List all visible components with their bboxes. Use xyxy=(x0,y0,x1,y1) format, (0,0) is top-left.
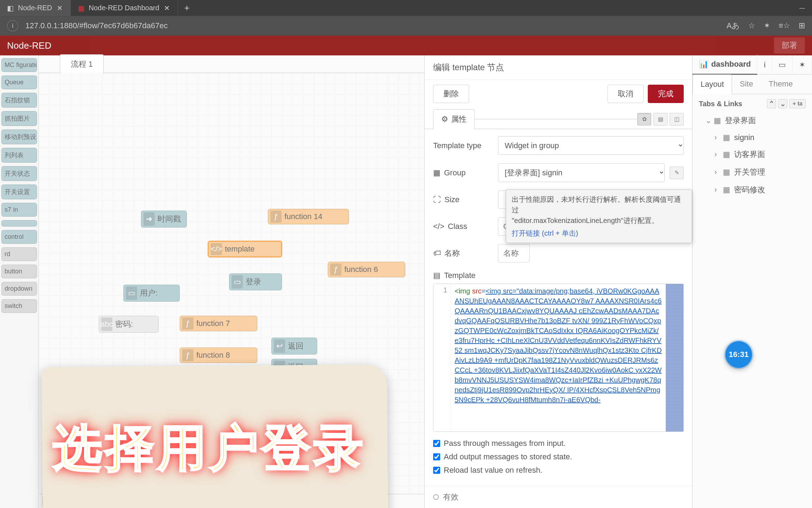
browser-tab[interactable]: ▦ Node-RED Dashboard ✕ xyxy=(71,0,178,16)
size-label: ⛶Size xyxy=(433,195,493,204)
palette-node[interactable]: 移动到预设点 xyxy=(1,129,37,144)
settings-icon[interactable]: ✶ xyxy=(764,21,770,30)
node-function-6[interactable]: ƒfunction 6 xyxy=(328,262,405,277)
node-user[interactable]: ▭用户: xyxy=(123,285,180,302)
close-icon[interactable]: ✕ xyxy=(164,5,171,12)
palette-node[interactable]: s7 in xyxy=(1,203,37,217)
deploy-button[interactable]: 部署 xyxy=(774,37,805,54)
group-select[interactable]: [登录界面] signin xyxy=(498,163,665,182)
text-input-icon: ▭ xyxy=(126,286,137,300)
palette-node[interactable] xyxy=(1,220,37,226)
group-icon: ▦ xyxy=(433,168,441,177)
browser-tab[interactable]: ◧ Node-RED ✕ xyxy=(0,0,71,16)
add-tab-button[interactable]: + ta xyxy=(789,99,806,108)
gear-tab[interactable]: ✶ xyxy=(793,55,812,74)
name-label: 🏷名称 xyxy=(433,248,493,259)
new-tab-button[interactable]: + xyxy=(178,0,196,16)
properties-tab[interactable]: ⚙ 属性 xyxy=(433,109,475,129)
line-numbers: 1 xyxy=(433,284,451,431)
book-tab[interactable]: ▭ xyxy=(772,55,793,74)
template-type-select[interactable]: Widget in group xyxy=(498,136,684,155)
node-password[interactable]: abc密码: xyxy=(99,316,159,333)
url-field[interactable]: 127.0.0.1:1880/#flow/7ec67d6b67da67ec xyxy=(25,21,719,30)
collections-icon[interactable]: ⊞ xyxy=(799,21,805,30)
inject-icon: ➜ xyxy=(143,212,155,226)
palette-node[interactable]: control xyxy=(1,230,37,244)
code-body[interactable]: <img src=<img src="data:image/png;base64… xyxy=(451,284,666,431)
tab-title: Node-RED Dashboard xyxy=(89,4,159,12)
text-icon: abc xyxy=(101,318,112,331)
node-timestamp[interactable]: ➜时间戳 xyxy=(141,211,187,228)
node-palette[interactable]: MC figurationQueue石指纹锁抓拍图片移动到预设点列列表开关状态开… xyxy=(0,55,39,508)
palette-node[interactable]: 列列表 xyxy=(1,148,37,163)
app-header: Node-RED 部署 xyxy=(0,36,812,55)
app-title: Node-RED xyxy=(7,40,51,51)
close-icon[interactable]: ✕ xyxy=(56,5,63,12)
palette-node[interactable]: dropdown xyxy=(1,282,37,296)
tree-item[interactable]: ›▦密码修改 xyxy=(702,181,806,199)
site-subtab[interactable]: Site xyxy=(732,74,761,94)
class-label: </>Class xyxy=(433,222,493,231)
node-function-8[interactable]: ƒfunction 8 xyxy=(180,347,257,363)
reload-checkbox[interactable]: Reload last value on refresh. xyxy=(433,466,684,475)
chevron-icon: › xyxy=(714,185,719,194)
chevron-icon: › xyxy=(714,133,719,142)
stored-state-checkbox[interactable]: Add output messages to stored state. xyxy=(433,452,684,461)
node-template[interactable]: </>template xyxy=(208,241,282,257)
table-icon: ▦ xyxy=(723,150,731,159)
settings-icon[interactable]: ✿ xyxy=(637,113,651,126)
tree-item[interactable]: ›▦访客界面 xyxy=(702,146,806,163)
palette-node[interactable]: 抓拍图片 xyxy=(1,111,37,126)
cancel-button[interactable]: 取消 xyxy=(608,85,644,103)
group-label: ▦Group xyxy=(433,168,493,177)
palette-node[interactable]: Queue xyxy=(1,75,37,89)
function-icon: ƒ xyxy=(182,349,193,361)
collapse-icon[interactable]: ⌃ xyxy=(767,99,776,108)
palette-node[interactable]: switch xyxy=(1,299,37,313)
sidebar: 📊 dashboard i ▭ ✶ Layout Site Theme Tabs… xyxy=(692,55,812,508)
function-icon: ƒ xyxy=(182,318,193,329)
layout-subtab[interactable]: Layout xyxy=(693,74,732,94)
pass-through-checkbox[interactable]: Pass through messages from input. xyxy=(433,439,684,448)
tab-title: Node-RED xyxy=(18,4,52,12)
palette-node[interactable]: 石指纹锁 xyxy=(1,93,37,108)
expand-icon[interactable]: ⌄ xyxy=(778,99,787,108)
code-editor[interactable]: 1 <img src=<img src="data:image/png;base… xyxy=(433,284,684,432)
edit-group-button[interactable]: ✎ xyxy=(670,167,684,179)
tab-favicon: ◧ xyxy=(7,4,14,12)
palette-node[interactable]: MC figuration xyxy=(1,58,37,72)
appearance-icon[interactable]: ◫ xyxy=(670,113,684,126)
palette-node[interactable]: rd xyxy=(1,247,37,261)
name-input[interactable] xyxy=(498,244,530,262)
footer-status: 有效 xyxy=(443,492,459,502)
status-dot-icon xyxy=(433,494,439,500)
favorites-bar-icon[interactable]: ≡☆ xyxy=(779,21,790,30)
theme-subtab[interactable]: Theme xyxy=(761,74,800,94)
minimap[interactable] xyxy=(666,284,683,431)
palette-node[interactable]: button xyxy=(1,265,37,278)
palette-node[interactable]: 开关设置 xyxy=(1,185,37,199)
tooltip-link[interactable]: 打开链接 (ctrl + 单击) xyxy=(512,228,686,238)
template-label: ▤Template xyxy=(433,271,493,280)
favorite-icon[interactable]: ☆ xyxy=(748,21,755,30)
tree-item[interactable]: ⌄▦登录界面 xyxy=(702,112,806,129)
done-button[interactable]: 完成 xyxy=(648,85,684,103)
palette-node[interactable]: 开关状态 xyxy=(1,166,37,181)
clock-widget: 16:31 xyxy=(725,341,752,368)
tree-item[interactable]: ›▦开关管理 xyxy=(702,163,806,181)
node-function-7[interactable]: ƒfunction 7 xyxy=(180,316,257,331)
site-info-icon[interactable]: i xyxy=(7,20,18,31)
node-back-1[interactable]: ↩返回 xyxy=(271,338,317,355)
edit-panel: 编辑 template 节点 删除 取消 完成 ⚙ 属性 ✿ ▤ ◫ Templ… xyxy=(424,55,692,508)
node-login[interactable]: ▭登录 xyxy=(229,273,282,290)
description-icon[interactable]: ▤ xyxy=(653,113,668,126)
reader-icon[interactable]: Aあ xyxy=(726,20,740,31)
delete-button[interactable]: 删除 xyxy=(433,85,469,103)
tree-item[interactable]: ›▦signin xyxy=(702,129,806,146)
info-tab[interactable]: i xyxy=(757,55,772,74)
chevron-icon: › xyxy=(714,168,719,177)
flow-tab[interactable]: 流程 1 xyxy=(60,54,104,74)
node-function-14[interactable]: ƒfunction 14 xyxy=(268,209,349,224)
dashboard-tab[interactable]: 📊 dashboard xyxy=(693,55,757,75)
window-minimize-icon[interactable]: — xyxy=(792,0,812,16)
